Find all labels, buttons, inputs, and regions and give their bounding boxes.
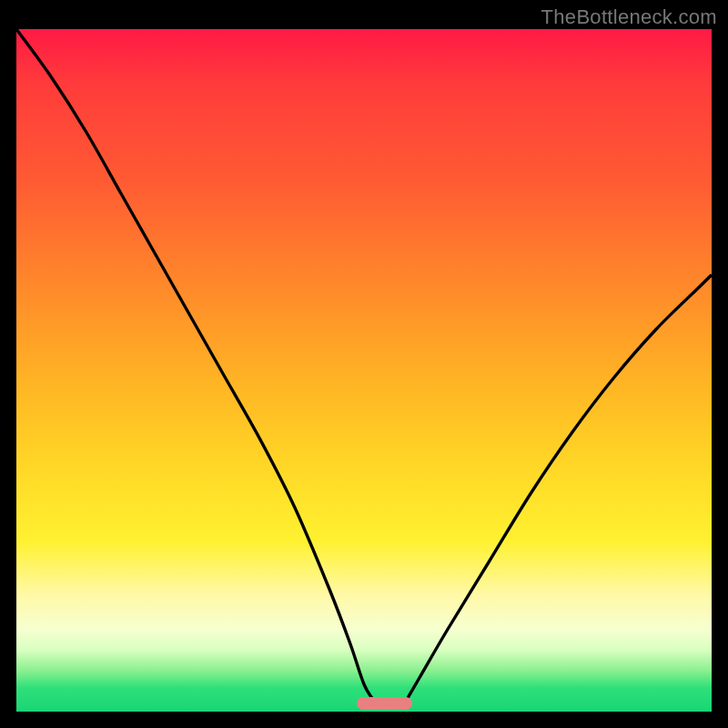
chart-frame: TheBottleneck.com <box>0 0 728 728</box>
curve-svg <box>16 29 712 712</box>
min-marker <box>357 697 412 710</box>
curve-right-branch <box>406 275 712 702</box>
watermark-text: TheBottleneck.com <box>541 5 717 29</box>
plot-area <box>16 29 712 712</box>
curve-left-branch <box>16 29 374 702</box>
